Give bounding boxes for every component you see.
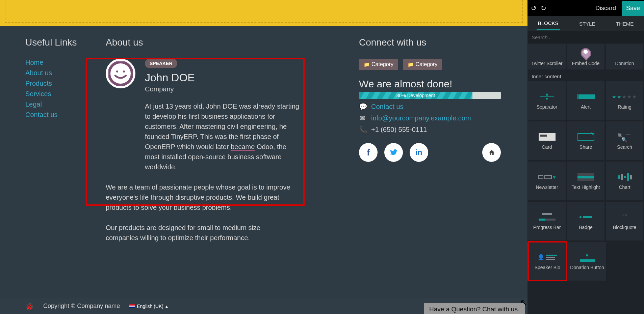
block-label: Chart (619, 184, 630, 190)
category-2-label: Category (415, 61, 437, 67)
block-badge[interactable]: Badge (567, 202, 604, 240)
block-empty-slot (608, 242, 643, 281)
block-label: Donation Button (570, 265, 604, 270)
facebook-button[interactable]: f (359, 143, 378, 162)
flag-icon (129, 304, 135, 308)
category-button-1[interactable]: 📁Category (359, 59, 398, 70)
contact-email[interactable]: info@yourcompany.example.com (371, 114, 471, 122)
about-paragraph-2[interactable]: Our products are designed for small to m… (106, 223, 295, 243)
discard-button[interactable]: Discard (595, 5, 616, 12)
block-search[interactable]: ▣ — 🔍Search (606, 121, 643, 160)
bug-icon[interactable]: 🐞 (25, 302, 34, 310)
block-search[interactable] (527, 31, 644, 43)
about-us-title: About us (106, 37, 318, 48)
block-alert[interactable]: Alert (567, 81, 604, 120)
block-blockquote[interactable]: “”Blockquote (606, 202, 643, 240)
language-switcher[interactable]: English (UK) ▴ (129, 304, 168, 309)
progress-bar: 80% Development (359, 92, 501, 99)
block-speaker-bio[interactable]: 👤Speaker Bio (528, 242, 567, 281)
block-progress-bar[interactable]: Progress Bar (528, 202, 566, 240)
folder-icon: 📁 (408, 62, 413, 67)
block-label: Speaker Bio (535, 265, 560, 270)
block-newsletter[interactable]: ♥Newsletter (528, 162, 566, 200)
home-button[interactable] (482, 143, 501, 162)
folder-icon: 📁 (364, 62, 369, 67)
block-twitter-scroller[interactable]: Twitter Scroller (528, 44, 566, 69)
contact-phone: +1 (650) 555-0111 (371, 126, 427, 134)
linkedin-button[interactable]: in (410, 143, 428, 162)
block-label: Rating (618, 104, 631, 110)
envelope-icon: ✉ (359, 114, 366, 122)
footer-section: Useful Links Home About us Products Serv… (0, 37, 527, 243)
hero-dropzone[interactable] (0, 0, 527, 26)
block-label: Alert (581, 104, 591, 110)
block-donation-button[interactable]: ♥Donation Button (568, 242, 607, 281)
block-label: Blockquote (613, 225, 636, 230)
inner-content-label: Inner content (527, 70, 644, 81)
droplet-icon (578, 46, 593, 61)
phone-icon: 📞 (359, 125, 366, 134)
sidebar-tabs: BLOCKS STYLE THEME (527, 16, 644, 31)
category-button-2[interactable]: 📁Category (403, 59, 442, 70)
language-label: English (UK) (137, 304, 163, 309)
tab-style[interactable]: STYLE (578, 18, 597, 30)
block-label: Twitter Scroller (531, 61, 563, 66)
sidebar-toolbar: ↺ ↻ Discard Save (527, 0, 644, 16)
connect-title: Connect with us (359, 37, 501, 48)
block-chart[interactable]: Chart (606, 162, 643, 200)
block-label: Donation (615, 61, 634, 66)
block-rating[interactable]: ★★★★★Rating (606, 81, 643, 120)
editor-sidebar: ↺ ↻ Discard Save BLOCKS STYLE THEME Twit… (527, 0, 644, 314)
block-label: Separator (537, 104, 557, 110)
twitter-button[interactable] (384, 143, 403, 162)
block-donation[interactable]: Donation (606, 44, 643, 69)
redo-button[interactable]: ↻ (541, 4, 546, 12)
chat-icon: 💬 (359, 103, 366, 111)
block-label: Embed Code (572, 61, 600, 66)
progress-fill: 80% Development (359, 92, 472, 99)
livechat-button[interactable]: Have a Question? Chat with us. (424, 303, 525, 314)
useful-links-title: Useful Links (25, 37, 106, 48)
block-card[interactable]: Card (528, 121, 566, 160)
block-search-input[interactable] (532, 34, 640, 40)
block-embed-code[interactable]: Embed Code (567, 44, 604, 69)
block-share[interactable]: Share (567, 121, 604, 160)
contact-us-link[interactable]: Contact us (371, 103, 404, 111)
progress-headline[interactable]: We are almost done! (359, 78, 501, 90)
tab-blocks[interactable]: BLOCKS (537, 17, 560, 30)
block-label: Badge (579, 225, 592, 230)
copyright-text: Copyright © Company name (43, 303, 120, 310)
block-label: Share (579, 144, 592, 150)
block-separator[interactable]: Separator (528, 81, 566, 120)
blocks-panel: Twitter Scroller Embed Code Donation Inn… (527, 43, 644, 314)
block-label: Card (542, 144, 552, 150)
block-label: Newsletter (536, 184, 558, 190)
chevron-up-icon: ▴ (165, 304, 168, 309)
block-text-highlight[interactable]: Text Highlight (567, 162, 604, 200)
undo-button[interactable]: ↺ (531, 4, 537, 12)
block-label: Text Highlight (571, 184, 600, 190)
save-button[interactable]: Save (622, 1, 644, 16)
block-label: Search (617, 144, 632, 150)
category-1-label: Category (371, 61, 393, 67)
dropzone-outline (5, 0, 523, 23)
highlight-speaker-bio (86, 58, 305, 206)
connect-column: Connect with us 📁Category 📁Category We a… (359, 37, 501, 162)
block-label: Progress Bar (533, 225, 561, 230)
tab-theme[interactable]: THEME (615, 18, 635, 30)
